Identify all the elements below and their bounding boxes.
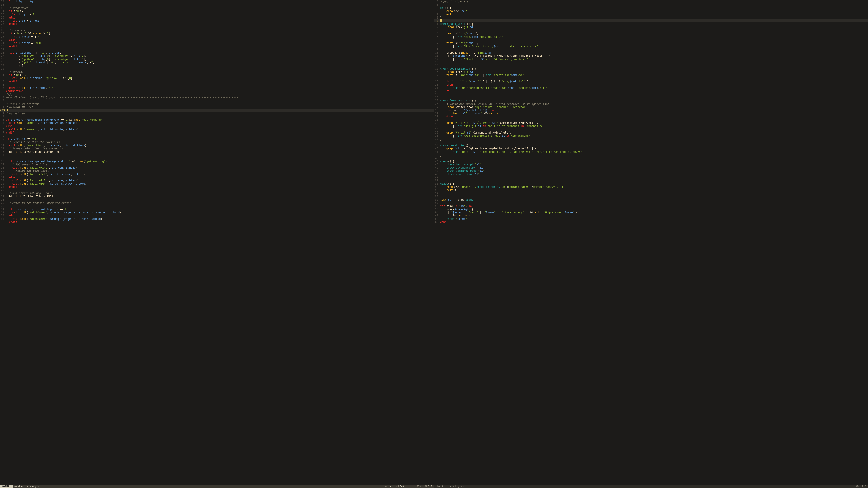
code-line[interactable]: 3 echo >&2 "$1" [434, 9, 868, 13]
code-line[interactable]: 10 shebang=$(head -n1 "bin/$cmd") [434, 51, 868, 54]
code-line[interactable]: 24 [434, 96, 868, 99]
code-line[interactable]: 5 || err "Bin/$cmd does not exist" [434, 35, 868, 38]
code-line[interactable]: 13 [0, 67, 434, 70]
code-line[interactable]: 53 exit 0 [434, 188, 868, 192]
code-line[interactable]: 27 endif [0, 22, 434, 26]
code-line[interactable]: 31 if a:0 >= 1 [0, 9, 434, 13]
code-line[interactable]: 16 local cmd="git-$1" [434, 70, 868, 73]
code-line[interactable]: 21 err "Run 'make docs' to create man/$c… [434, 86, 868, 90]
code-line[interactable]: 39check_completion() { [434, 144, 868, 147]
code-line[interactable]: 29 else [0, 16, 434, 19]
code-line[interactable]: 6#!/usr/bin/env bash [434, 0, 868, 3]
code-line[interactable]: 8 [0, 83, 434, 86]
code-line[interactable]: 32 grep "\- \[\`git $1\`\](#git-$1)" Com… [434, 121, 868, 125]
code-line[interactable]: 42} [434, 153, 868, 157]
code-line[interactable]: 25 " emphasis [0, 29, 434, 32]
code-line[interactable]: 1} [434, 16, 868, 19]
code-line[interactable]: 20 then [434, 83, 868, 86]
code-line[interactable]: 55 [434, 195, 868, 198]
code-line[interactable]: 19 if [ ! -f "man/$cmd.1" ] || [ ! -f "m… [434, 80, 868, 83]
code-line[interactable]: 37} [434, 137, 868, 140]
code-line[interactable]: 58for name in "$@"; do [434, 204, 868, 207]
buffer-left[interactable]: 34 let l:fg = a:fg3332 " background31 if… [0, 0, 434, 485]
code-line[interactable]: 30 let l:bg = a:1 [0, 13, 434, 16]
code-line[interactable]: 12 " Screen column that the cursor is [0, 147, 434, 150]
buffer-right[interactable]: 6#!/usr/bin/env bash54err() {3 echo >&2 … [434, 0, 868, 485]
code-line[interactable]: 28 [0, 198, 434, 201]
code-line[interactable]: 16 \ 'guibg=' . l:bg[0], 'ctermbg=' . l:… [0, 58, 434, 61]
code-line[interactable]: 11 if a:0 >= 3 [0, 73, 434, 76]
code-line[interactable]: 15check_documentation() { [434, 67, 868, 70]
code-line[interactable]: 203 [0, 109, 434, 112]
code-line[interactable]: 23} [434, 93, 868, 96]
code-line[interactable]: 1" Normal text [0, 112, 434, 115]
code-line[interactable]: 3 [434, 29, 868, 32]
code-line[interactable]: 30 done [434, 115, 868, 118]
code-line[interactable]: 14 [434, 64, 868, 67]
code-line[interactable]: 36 || err "Add description of git-$1 in … [434, 134, 868, 137]
code-line[interactable]: 20 call s:HL('TabLineSel', s:red, s:none… [0, 173, 434, 176]
code-line[interactable]: 32 call s:HL('MatchParen', s:bright_mage… [0, 211, 434, 214]
code-line[interactable]: 29 test "$1" == "$cmd" && return [434, 112, 868, 115]
code-line[interactable]: 45 check_bash_script "$1" [434, 163, 868, 166]
code-line[interactable]: 54} [434, 192, 868, 195]
code-line[interactable]: 34 [434, 128, 868, 131]
code-line[interactable]: 61 && continue [434, 214, 868, 217]
code-line[interactable]: 2" Vanilla colorscheme -----------------… [0, 102, 434, 105]
code-line[interactable]: 4 test -f "bin/$cmd" \ [434, 32, 868, 35]
code-line[interactable]: 29 " Match paired bracket under the curs… [0, 201, 434, 204]
code-line[interactable]: 31 if g:srcery_inverse_match_paren == 1 [0, 207, 434, 211]
code-line[interactable]: 34 call s:HL('MatchParen', s:bright_mage… [0, 217, 434, 221]
code-line[interactable]: 1check_bash_script() { [434, 22, 868, 26]
code-line[interactable]: 49} [434, 176, 868, 179]
code-line[interactable]: 17 " Tab pages line filler [0, 163, 434, 166]
code-line[interactable]: 41 err "Add git-$1 to the completion lis… [434, 150, 868, 153]
code-line[interactable]: 18 let l:histring = [ 'hi', a:group, [0, 51, 434, 54]
code-line[interactable]: 20 endif [0, 45, 434, 48]
code-line[interactable]: 31 [434, 118, 868, 121]
code-line[interactable]: 6 [434, 38, 868, 41]
code-line[interactable]: 18 [434, 76, 868, 80]
code-line[interactable]: 14 \ ] [0, 64, 434, 67]
code-line[interactable]: 62 check "$name" [434, 217, 868, 221]
code-line[interactable]: 13 hi! link CursorColumn CursorLine [0, 150, 434, 153]
code-line[interactable]: 4err() { [434, 6, 868, 9]
code-line[interactable]: 47 check_Commands_page "$1" [434, 169, 868, 172]
code-line[interactable]: 26 " Not active tab page label [0, 192, 434, 195]
code-line[interactable]: 22 call s:HL('TabLineFill', s:green, s:b… [0, 179, 434, 182]
code-line[interactable]: 44check() { [434, 160, 868, 163]
code-line[interactable]: 13} [434, 61, 868, 64]
code-line[interactable]: 48 check_completion "$1" [434, 173, 868, 176]
code-line[interactable]: 25 [0, 188, 434, 192]
code-line[interactable]: 7endif [0, 131, 434, 134]
code-line[interactable]: 6endfunction [0, 90, 434, 93]
code-line[interactable]: 16 if g:srcery_transparent_background ==… [0, 160, 434, 163]
code-line[interactable]: 59 name=${name#git-} [434, 207, 868, 211]
code-line[interactable]: 19 " Active tab page label [0, 169, 434, 172]
code-line[interactable]: 30 [0, 204, 434, 207]
code-line[interactable]: 7 execute join(l:histring, ' ') [0, 86, 434, 90]
code-line[interactable]: 34 let l:fg = a:fg [0, 0, 434, 3]
code-line[interactable]: 17 \ 'guifg=' . l:fg[0], 'ctermfg=' . l:… [0, 54, 434, 57]
code-line[interactable]: 22 else [0, 38, 434, 41]
code-line[interactable]: 4 call s:HL('Normal', s:bright_white, s:… [0, 121, 434, 125]
code-line[interactable]: 60 [[ "$name" == "rscp" || "$name" == "l… [434, 211, 868, 214]
code-line[interactable]: 10 call add(l:histring, 'guisp=' . a:3[0… [0, 76, 434, 80]
code-line[interactable]: 27 local whitelist=('bug' 'chore' 'featu… [434, 105, 868, 109]
code-line[interactable]: 26 [0, 26, 434, 29]
code-line[interactable]: 5 [434, 3, 868, 6]
code-line[interactable]: 46 check_documentation "$1" [434, 166, 868, 169]
code-line[interactable]: 7 [434, 19, 868, 22]
code-line[interactable]: 51usage() { [434, 182, 868, 185]
code-line[interactable]: 9if v:version >= 700 [0, 137, 434, 140]
code-line[interactable]: 5else [0, 125, 434, 128]
code-line[interactable]: 50 [434, 179, 868, 182]
code-line[interactable]: 57 [434, 201, 868, 204]
code-line[interactable]: 38 [434, 140, 868, 144]
code-line[interactable]: 3if g:srcery_transparent_background == 1… [0, 118, 434, 121]
code-line[interactable]: 28 let l:bg = s:none [0, 19, 434, 22]
code-line[interactable]: 19 [0, 48, 434, 51]
code-line[interactable]: 12 || err "Start git-$1 with '#!/usr/bin… [434, 58, 868, 61]
code-line[interactable]: 9 [434, 48, 868, 51]
code-line[interactable]: 14 [0, 153, 434, 157]
